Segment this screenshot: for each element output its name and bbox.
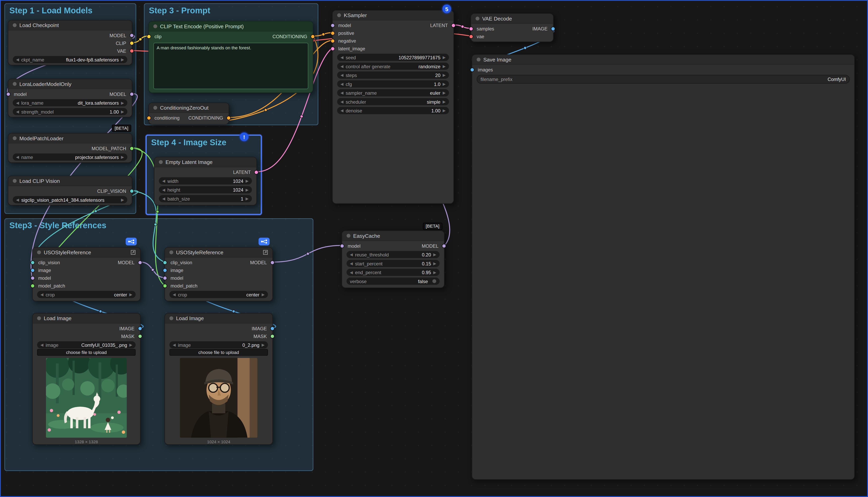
node-title-bar[interactable]: CLIP Text Encode (Positive Prompt) [149,22,313,32]
port-image-input[interactable] [163,268,167,273]
node-mode-badge[interactable] [259,238,269,245]
arrow-left-icon[interactable]: ◀ [162,197,165,201]
upload-button[interactable]: choose file to upload [170,349,268,356]
port-samples-input[interactable] [469,27,473,31]
port-model-input[interactable] [330,23,335,28]
arrow-right-icon[interactable]: ▶ [443,55,446,59]
port-conditioning-output[interactable] [226,116,231,120]
arrow-left-icon[interactable]: ◀ [341,109,343,112]
node-lora-loader[interactable]: LoraLoaderModelOnly model MODEL ◀ lora_n… [8,79,132,117]
node-load-image-2[interactable]: Load Image IMAGE MASK ◀ image 0_2.png ▶ … [164,313,273,445]
port-mask-output[interactable] [270,334,275,338]
arrow-right-icon[interactable]: ▶ [246,179,249,183]
widget-crop[interactable]: ◀ crop center ▶ [170,291,268,298]
arrow-right-icon[interactable]: ▶ [129,343,132,347]
port-latent-output[interactable] [451,23,455,28]
node-vae-decode[interactable]: VAE Decode samples IMAGE vae [471,13,554,42]
arrow-left-icon[interactable]: ◀ [350,261,353,265]
port-model-patch-input[interactable] [30,284,35,288]
node-save-image[interactable]: Save Image images filename_prefix ComfyU… [472,54,855,480]
port-model-output[interactable] [442,244,446,248]
arrow-right-icon[interactable]: ▶ [443,64,446,68]
arrow-right-icon[interactable]: ▶ [262,343,265,347]
arrow-right-icon[interactable]: ▶ [443,73,446,77]
node-title-bar[interactable]: Load Image [33,314,140,324]
port-model-input[interactable] [340,244,344,248]
node-model-patch-loader[interactable]: ModelPatchLoader MODEL_PATCH ◀ name proj… [8,133,132,163]
arrow-left-icon[interactable]: ◀ [350,253,353,256]
port-model-output[interactable] [270,260,275,265]
toggle-icon[interactable] [432,279,436,283]
node-title-bar[interactable]: ModelPatchLoader [8,133,132,143]
arrow-left-icon[interactable]: ◀ [341,82,343,86]
node-title-bar[interactable]: USOStyleReference [165,248,273,258]
arrow-right-icon[interactable]: ▶ [433,253,436,256]
arrow-left-icon[interactable]: ◀ [173,343,176,347]
node-title-bar[interactable]: Load Checkpoint [8,20,132,30]
node-easycache[interactable]: EasyCache model MODEL ◀ reuse_threshold … [341,230,444,288]
port-model-input[interactable] [163,276,167,280]
port-mask-output[interactable] [138,334,142,338]
arrow-left-icon[interactable]: ◀ [16,198,19,201]
arrow-left-icon[interactable]: ◀ [40,343,43,347]
port-image-output[interactable] [270,326,275,331]
widget-width[interactable]: ◀ width 1024 ▶ [159,177,252,184]
arrow-right-icon[interactable]: ▶ [262,293,265,296]
node-empty-latent-image[interactable]: Empty Latent Image LATENT ◀ width 1024 ▶… [154,157,257,205]
node-title-bar[interactable]: KSampler [333,11,454,20]
arrow-right-icon[interactable]: ▶ [246,197,249,201]
arrow-left-icon[interactable]: ◀ [16,155,19,159]
port-clip-vision-input[interactable] [163,260,167,265]
arrow-right-icon[interactable]: ▶ [443,91,446,95]
port-vae-output[interactable] [130,49,134,53]
expand-icon[interactable] [131,250,136,255]
arrow-left-icon[interactable]: ◀ [341,64,343,68]
expand-icon[interactable] [263,250,268,255]
arrow-right-icon[interactable]: ▶ [443,82,446,86]
arrow-left-icon[interactable]: ◀ [341,73,343,77]
arrow-left-icon[interactable]: ◀ [341,100,343,103]
arrow-right-icon[interactable]: ▶ [246,188,249,191]
node-title-bar[interactable]: LoraLoaderModelOnly [8,79,132,89]
node-uso-style-reference-2[interactable]: USOStyleReference clip_vision MODEL imag… [164,247,273,301]
port-negative-input[interactable] [330,39,335,43]
widget-crop[interactable]: ◀ crop center ▶ [37,291,136,298]
arrow-right-icon[interactable]: ▶ [443,100,446,103]
widget-image[interactable]: ◀ image ComfyUI_01035_.png ▶ [37,341,136,349]
arrow-left-icon[interactable]: ◀ [173,293,176,296]
port-clip-vision-input[interactable] [30,260,35,265]
arrow-left-icon[interactable]: ◀ [350,270,353,274]
port-conditioning-output[interactable] [311,34,315,39]
prompt-textarea[interactable]: A man dressed fashionably stands on the … [153,43,308,89]
widget-cfg[interactable]: ◀ cfg 1.0 ▶ [337,80,449,87]
node-title-bar[interactable]: USOStyleReference [33,248,140,258]
port-model-output[interactable] [138,260,142,265]
arrow-left-icon[interactable]: ◀ [16,58,19,61]
widget-filename-prefix[interactable]: filename_prefix ComfyUI [477,75,850,84]
port-conditioning-input[interactable] [147,116,151,120]
node-load-clip-vision[interactable]: Load CLIP Vision CLIP_VISION ◀ sigclip_v… [8,176,132,205]
arrow-right-icon[interactable]: ▶ [433,261,436,265]
port-image-input[interactable] [30,268,35,273]
widget-ckpt-name[interactable]: ◀ ckpt_name flux1-dev-fp8.safetensors ▶ [13,56,127,63]
node-title-bar[interactable]: Load CLIP Vision [8,176,132,186]
arrow-left-icon[interactable]: ◀ [16,101,19,105]
arrow-right-icon[interactable]: ▶ [433,270,436,274]
node-clip-text-encode[interactable]: CLIP Text Encode (Positive Prompt) clip … [148,21,313,93]
upload-button[interactable]: choose file to upload [37,349,136,356]
widget-seed[interactable]: ◀ seed 1052278989771675 ▶ [337,54,449,61]
widget-height[interactable]: ◀ height 1024 ▶ [159,186,252,194]
widget-batch-size[interactable]: ◀ batch_size 1 ▶ [159,195,252,202]
port-latent-image-input[interactable] [330,46,335,51]
arrow-left-icon[interactable]: ◀ [40,293,43,296]
port-clip-input[interactable] [147,34,151,39]
port-model-output[interactable] [130,92,134,96]
port-clip-vision-output[interactable] [130,189,134,194]
arrow-right-icon[interactable]: ▶ [121,110,124,113]
widget-end-percent[interactable]: ◀ end_percent 0.95 ▶ [347,269,440,276]
port-model-output[interactable] [130,33,134,38]
widget-verbose[interactable]: verbose false [347,278,440,285]
widget-reuse-threshold[interactable]: ◀ reuse_threshold 0.20 ▶ [347,251,440,258]
arrow-right-icon[interactable]: ▶ [443,109,446,112]
node-conditioning-zero-out[interactable]: ConditioningZeroOut conditioning CONDITI… [148,102,229,125]
